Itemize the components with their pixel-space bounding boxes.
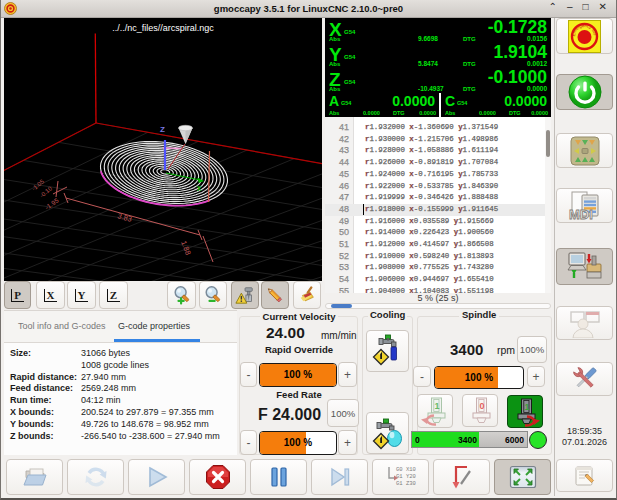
svg-text:1: 1 [525,402,530,412]
svg-text:G1 Z30: G1 Z30 [396,480,416,487]
svg-text:G1 Y20: G1 Y20 [396,473,416,480]
svg-text:1.88: 1.88 [179,239,193,256]
svg-text:Z: Z [160,125,165,134]
svg-text:0: 0 [480,401,485,411]
svg-text:3.83: 3.83 [116,211,132,224]
svg-text:../../nc_files//arcspiral.ngc: ../../nc_files//arcspiral.ngc [112,23,214,33]
svg-text:1: 1 [435,401,440,411]
svg-text:X: X [197,185,202,192]
svg-text:MDI: MDI [569,207,593,222]
svg-text:G0 X10: G0 X10 [396,466,416,473]
